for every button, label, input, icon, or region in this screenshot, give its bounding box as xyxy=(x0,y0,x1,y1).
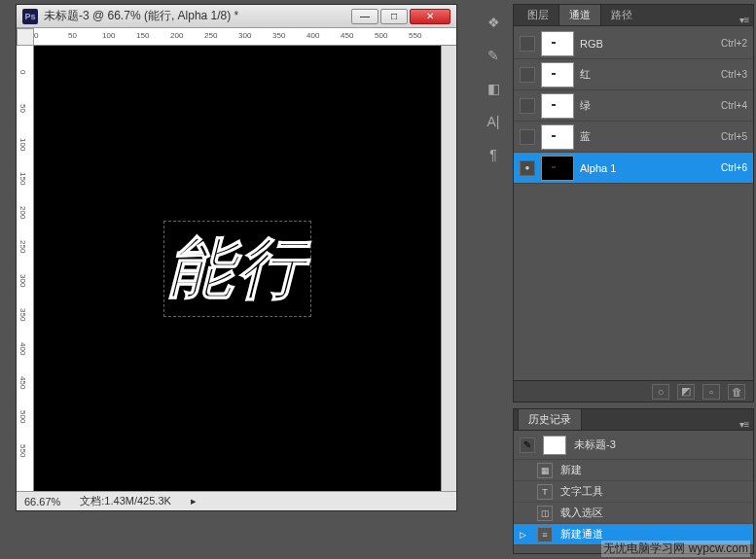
history-brush-icon[interactable]: ✎ xyxy=(520,437,535,453)
canvas-text-selection: 能行 xyxy=(167,225,307,313)
history-step-icon: ≡ xyxy=(537,527,553,542)
watermark: 无忧电脑学习网 wypcw.com xyxy=(601,541,750,557)
zoom-value[interactable]: 66.67% xyxy=(24,496,60,507)
history-step-icon: ▦ xyxy=(537,463,553,478)
history-list: ▦新建T文字工具◫载入选区▷≡新建通道 xyxy=(514,460,753,545)
channel-row-Alpha 1[interactable]: Alpha 1Ctrl+6 xyxy=(514,153,753,184)
snapshot-name: 未标题-3 xyxy=(574,437,616,452)
channel-thumbnail xyxy=(541,156,574,181)
visibility-toggle[interactable] xyxy=(520,36,535,52)
ruler-tick: 200 xyxy=(170,31,183,40)
load-selection-button[interactable]: ○ xyxy=(652,384,669,400)
swatches-icon[interactable]: ◧ xyxy=(483,78,504,99)
statusbar: 66.67% 文档:1.43M/425.3K ▸ xyxy=(17,491,456,510)
delete-channel-button[interactable]: 🗑 xyxy=(728,384,745,400)
new-channel-button[interactable]: ▫ xyxy=(702,384,720,400)
ruler-tick: 250 xyxy=(18,240,27,253)
visibility-toggle[interactable] xyxy=(520,98,535,114)
channel-row-绿[interactable]: 绿Ctrl+4 xyxy=(514,90,753,122)
history-step-label: 文字工具 xyxy=(560,484,603,499)
tab-路径[interactable]: 路径 xyxy=(601,5,642,25)
channel-shortcut: Ctrl+6 xyxy=(721,162,747,173)
al-icon[interactable]: A| xyxy=(483,111,504,132)
ruler-vertical[interactable]: 50050100150200250300350400450500550 xyxy=(17,46,34,491)
ruler-tick: 400 xyxy=(18,342,27,355)
visibility-toggle[interactable] xyxy=(520,129,535,145)
ruler-tick: 300 xyxy=(238,31,251,40)
close-button[interactable]: ✕ xyxy=(410,9,450,24)
panel-menu-icon[interactable]: ▾≡ xyxy=(736,15,753,25)
channel-name: RGB xyxy=(580,38,715,50)
tab-通道[interactable]: 通道 xyxy=(558,4,601,25)
history-step-新建[interactable]: ▦新建 xyxy=(514,460,753,481)
channel-name: Alpha 1 xyxy=(580,162,715,174)
channels-footer: ○◩▫🗑 xyxy=(514,380,753,402)
history-panel: 历史记录 ▾≡ ✎ 未标题-3 ▦新建T文字工具◫载入选区▷≡新建通道 xyxy=(513,408,754,554)
channel-thumbnail xyxy=(541,31,574,56)
pilcrow-icon[interactable]: ¶ xyxy=(483,144,504,165)
history-step-文字工具[interactable]: T文字工具 xyxy=(514,481,753,503)
history-snapshot-row[interactable]: ✎ 未标题-3 xyxy=(514,431,753,460)
channel-row-红[interactable]: 红Ctrl+3 xyxy=(514,59,753,90)
panel-menu-icon[interactable]: ▾≡ xyxy=(736,419,753,430)
save-selection-button[interactable]: ◩ xyxy=(677,384,695,400)
history-tabs: 历史记录 ▾≡ xyxy=(514,409,753,431)
visibility-toggle[interactable] xyxy=(520,160,535,176)
right-dock: ❖✎◧A|¶ 图层通道路径▾≡ RGBCtrl+2红Ctrl+3绿Ctrl+4蓝… xyxy=(480,0,756,559)
titlebar[interactable]: Ps 未标题-3 @ 66.7% (能行, Alpha 1/8) * — □ ✕ xyxy=(17,5,456,28)
current-step-icon: ▷ xyxy=(520,530,529,540)
snapshot-thumbnail xyxy=(543,436,566,455)
channel-name: 红 xyxy=(580,67,715,82)
channel-shortcut: Ctrl+5 xyxy=(721,131,747,142)
ruler-tick: 350 xyxy=(18,308,27,321)
ruler-tick: 500 xyxy=(18,410,27,423)
history-step-icon: ◫ xyxy=(537,506,553,521)
document-title: 未标题-3 @ 66.7% (能行, Alpha 1/8) * xyxy=(44,8,345,24)
ruler-horizontal[interactable]: 050100150200250300350400450500550 xyxy=(34,28,456,46)
channel-thumbnail xyxy=(541,93,574,119)
ps-icon: Ps xyxy=(22,9,38,24)
paragraph-icon[interactable]: ❖ xyxy=(483,12,504,33)
brush-icon[interactable]: ✎ xyxy=(483,45,504,66)
channel-row-RGB[interactable]: RGBCtrl+2 xyxy=(514,28,753,59)
collapsed-panel-toolbar: ❖✎◧A|¶ xyxy=(480,12,507,165)
ruler-tick: 400 xyxy=(306,31,319,40)
ruler-tick: 450 xyxy=(18,376,27,389)
ruler-tick: 500 xyxy=(375,31,387,40)
tab-history[interactable]: 历史记录 xyxy=(518,408,582,430)
ruler-tick: 150 xyxy=(18,172,27,185)
maximize-button[interactable]: □ xyxy=(380,9,408,24)
history-step-载入选区[interactable]: ◫载入选区 xyxy=(514,503,753,524)
ruler-tick: 150 xyxy=(136,31,149,40)
ruler-tick: 50 xyxy=(18,104,27,113)
ruler-tick: 300 xyxy=(18,274,27,287)
ruler-tick: 0 xyxy=(34,31,38,40)
channel-shortcut: Ctrl+2 xyxy=(721,38,747,49)
status-menu-icon[interactable]: ▸ xyxy=(191,495,197,507)
vertical-scrollbar[interactable] xyxy=(441,46,456,491)
ruler-tick: 100 xyxy=(18,138,27,151)
panel-tabs: 图层通道路径▾≡ xyxy=(514,5,753,26)
ruler-tick: 450 xyxy=(341,31,353,40)
history-step-label: 新建通道 xyxy=(560,527,603,542)
channel-shortcut: Ctrl+3 xyxy=(721,69,747,80)
channel-name: 绿 xyxy=(580,98,715,113)
ruler-tick: 350 xyxy=(272,31,285,40)
ruler-tick: 200 xyxy=(18,206,27,219)
channel-name: 蓝 xyxy=(580,129,715,144)
ruler-corner[interactable] xyxy=(17,28,34,46)
channels-panel: 图层通道路径▾≡ RGBCtrl+2红Ctrl+3绿Ctrl+4蓝Ctrl+5A… xyxy=(513,4,754,402)
channel-thumbnail xyxy=(541,62,574,87)
history-step-label: 新建 xyxy=(560,463,582,477)
ruler-tick: 550 xyxy=(409,31,421,40)
minimize-button[interactable]: — xyxy=(351,9,378,24)
tab-图层[interactable]: 图层 xyxy=(518,5,558,25)
ruler-tick: 550 xyxy=(18,444,27,457)
channel-thumbnail xyxy=(541,124,574,150)
ruler-tick: 100 xyxy=(102,31,115,40)
channel-row-蓝[interactable]: 蓝Ctrl+5 xyxy=(514,122,753,153)
canvas[interactable]: 能行 xyxy=(34,46,441,491)
document-window: Ps 未标题-3 @ 66.7% (能行, Alpha 1/8) * — □ ✕… xyxy=(16,4,457,511)
filesize-value: 文档:1.43M/425.3K xyxy=(80,494,171,508)
visibility-toggle[interactable] xyxy=(520,67,535,83)
